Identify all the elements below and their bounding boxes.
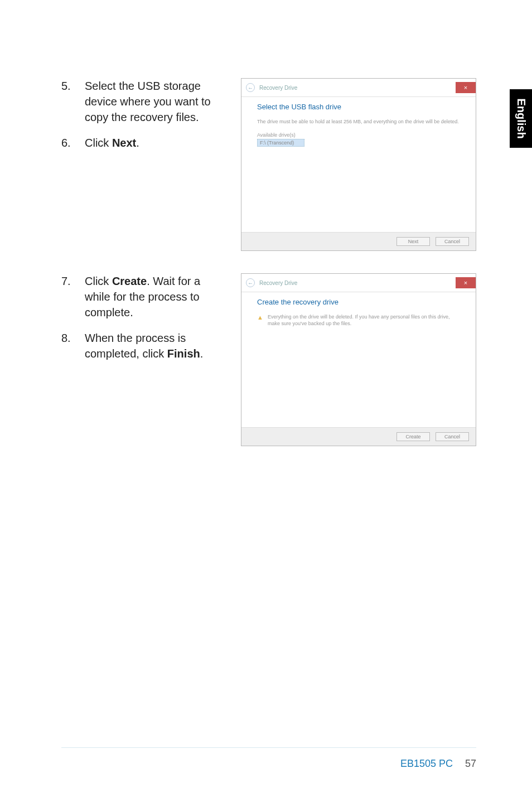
step-6: 6. Click Next. <box>61 135 229 151</box>
step-5-text: Select the USB storage device where you … <box>85 78 229 125</box>
step-8-number: 8. <box>61 330 75 361</box>
page-footer: EB1505 PC 57 <box>61 747 476 770</box>
dialog-create-recovery: ← Recovery Drive × Create the recovery d… <box>241 273 476 446</box>
step-5: 5. Select the USB storage device where y… <box>61 78 229 125</box>
dialog2-title: Create the recovery drive <box>257 298 460 306</box>
dialog2-titlebar: ← Recovery Drive × <box>241 274 476 292</box>
dialog1-breadcrumb: Recovery Drive <box>259 85 297 91</box>
step-6-number: 6. <box>61 135 75 151</box>
dialog-select-usb: ← Recovery Drive × Select the USB flash … <box>241 78 476 251</box>
dialog1-title: Select the USB flash drive <box>257 103 460 111</box>
dialog2-breadcrumb: Recovery Drive <box>259 280 297 286</box>
close-button[interactable]: × <box>456 82 476 93</box>
warning-icon: ▲ <box>257 314 263 321</box>
step-7-number: 7. <box>61 273 75 320</box>
dialog2-warning: Everything on the drive will be deleted.… <box>268 314 460 327</box>
step-6-text: Click Next. <box>85 135 229 151</box>
close-button[interactable]: × <box>456 277 476 288</box>
cancel-button[interactable]: Cancel <box>436 432 469 441</box>
footer-page-number: 57 <box>465 758 476 770</box>
create-button[interactable]: Create <box>396 432 430 441</box>
dialog1-hint: The drive must be able to hold at least … <box>257 119 460 124</box>
step-7: 7. Click Create. Wait for a while for th… <box>61 273 229 320</box>
footer-model: EB1505 PC <box>400 758 453 770</box>
step-8-text: When the process is completed, click Fin… <box>85 330 229 361</box>
next-button[interactable]: Next <box>396 237 430 246</box>
step-5-number: 5. <box>61 78 75 125</box>
back-icon[interactable]: ← <box>246 83 255 92</box>
language-tab: English <box>510 89 532 148</box>
available-drives-label: Available drive(s) <box>257 132 460 138</box>
drive-item[interactable]: F:\ (Transcend) <box>257 139 304 147</box>
step-8: 8. When the process is completed, click … <box>61 330 229 361</box>
cancel-button[interactable]: Cancel <box>436 237 469 246</box>
back-icon[interactable]: ← <box>246 278 255 287</box>
language-tab-label: English <box>515 98 528 138</box>
step-7-text: Click Create. Wait for a while for the p… <box>85 273 229 320</box>
dialog1-titlebar: ← Recovery Drive × <box>241 79 476 96</box>
